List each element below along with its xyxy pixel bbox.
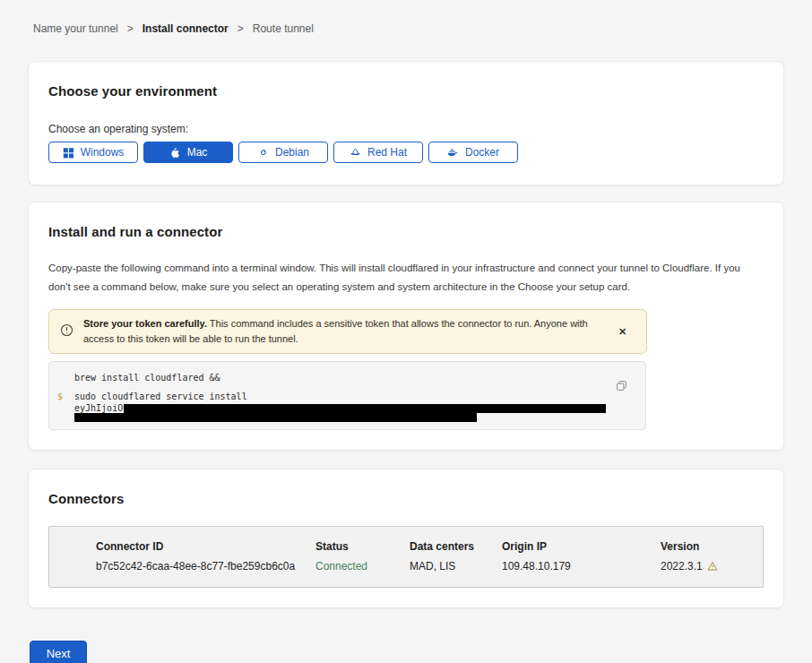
code-line-sudo: sudo cloudflared service install xyxy=(74,392,631,402)
connector-id-value: b7c52c42-6caa-48ee-8c77-fbe259cb6c0a xyxy=(96,560,315,573)
os-button-label: Red Hat xyxy=(367,146,407,159)
os-button-windows[interactable]: Windows xyxy=(48,142,138,163)
os-button-label: Windows xyxy=(81,146,125,159)
column-header-data-centers: Data centers xyxy=(410,540,502,553)
install-connector-title: Install and run a connector xyxy=(48,224,764,239)
column-header-status: Status xyxy=(315,540,410,553)
next-button[interactable]: Next xyxy=(30,641,87,663)
debian-logo-icon xyxy=(257,147,269,159)
redacted-token-bar xyxy=(124,404,606,413)
os-button-redhat[interactable]: Red Hat xyxy=(333,142,423,163)
apple-logo-icon xyxy=(169,147,181,159)
os-button-docker[interactable]: Docker xyxy=(428,142,518,163)
os-button-label: Mac xyxy=(187,146,208,159)
choose-environment-title: Choose your environment xyxy=(48,83,764,99)
os-button-row: Windows Mac Debian Red Hat xyxy=(48,142,764,163)
breadcrumb-step-install-connector[interactable]: Install connector xyxy=(143,22,229,35)
install-command-code-block: brew install cloudflared && $ sudo cloud… xyxy=(48,361,646,430)
docker-logo-icon xyxy=(447,147,459,159)
version-value: 2022.3.1 xyxy=(661,560,754,573)
breadcrumb-separator: > xyxy=(127,22,134,35)
os-button-mac[interactable]: Mac xyxy=(143,142,233,163)
column-header-origin-ip: Origin IP xyxy=(502,540,661,553)
operating-system-label: Choose an operating system: xyxy=(48,123,764,135)
code-command: $ sudo cloudflared service install eyJhI… xyxy=(74,392,631,422)
shell-prompt: $ xyxy=(57,392,63,401)
table-row: b7c52c42-6caa-48ee-8c77-fbe259cb6c0a Con… xyxy=(96,560,754,573)
choose-environment-card: Choose your environment Choose an operat… xyxy=(28,61,784,185)
warning-message: Store your token carefully. This command… xyxy=(83,316,605,347)
redhat-logo-icon xyxy=(350,147,361,159)
install-connector-card: Install and run a connector Copy-paste t… xyxy=(28,202,784,451)
breadcrumb: Name your tunnel>Install connector>Route… xyxy=(0,0,812,35)
install-description: Copy-paste the following command into a … xyxy=(48,259,764,297)
token-line: eyJhIjoiO xyxy=(74,403,631,413)
token-prefix: eyJhIjoiO xyxy=(74,403,123,413)
os-button-label: Debian xyxy=(275,146,309,159)
page-content: Choose your environment Choose an operat… xyxy=(0,61,812,663)
warning-triangle-icon xyxy=(707,561,718,572)
breadcrumb-step-route-tunnel[interactable]: Route tunnel xyxy=(253,22,314,35)
windows-logo-icon xyxy=(63,147,74,159)
version-text: 2022.3.1 xyxy=(661,560,703,573)
breadcrumb-separator: > xyxy=(238,22,244,35)
alert-circle-icon xyxy=(60,323,73,337)
connectors-table: Connector ID Status Data centers Origin … xyxy=(48,526,764,588)
origin-ip-value: 109.48.10.179 xyxy=(502,560,661,573)
code-line-brew: brew install cloudflared && xyxy=(74,373,631,383)
data-centers-value: MAD, LIS xyxy=(410,560,502,573)
connectors-card: Connectors Connector ID Status Data cent… xyxy=(28,469,784,608)
os-button-label: Docker xyxy=(465,146,499,159)
table-header-row: Connector ID Status Data centers Origin … xyxy=(96,540,754,553)
connectors-title: Connectors xyxy=(48,491,764,506)
breadcrumb-step-name-your-tunnel[interactable]: Name your tunnel xyxy=(33,22,118,35)
status-badge: Connected xyxy=(315,560,410,573)
redacted-token-bar xyxy=(74,413,477,422)
os-button-debian[interactable]: Debian xyxy=(238,142,328,163)
token-warning-banner: Store your token carefully. This command… xyxy=(48,309,647,354)
close-icon[interactable]: ✕ xyxy=(615,324,630,340)
warning-message-bold: Store your token carefully. xyxy=(83,318,207,329)
column-header-connector-id: Connector ID xyxy=(96,540,315,553)
column-header-version: Version xyxy=(661,540,754,553)
